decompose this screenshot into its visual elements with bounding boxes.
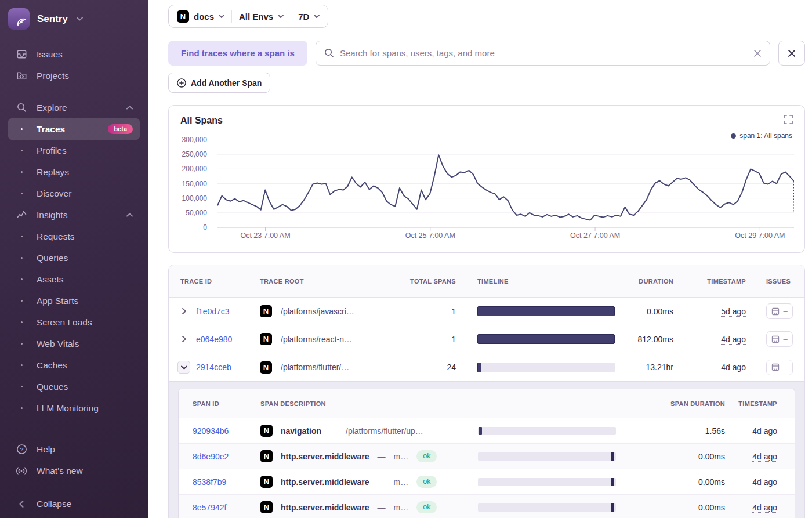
nextjs-icon: N xyxy=(260,425,273,437)
issues-cell-button[interactable]: – xyxy=(766,303,793,319)
sidebar-item-profiles[interactable]: Profiles xyxy=(8,140,140,161)
timeline-cell xyxy=(456,363,627,372)
sidebar-item-label: Collapse xyxy=(37,499,71,509)
sidebar-item-label: Projects xyxy=(37,71,69,81)
sidebar-item-app-starts[interactable]: App Starts xyxy=(8,290,140,311)
trace-id-link[interactable]: 2914cceb xyxy=(196,363,231,372)
sidebar-item-queues[interactable]: Queues xyxy=(8,376,140,397)
bullet-icon xyxy=(15,171,28,173)
sidebar-item-label: Issues xyxy=(37,49,63,60)
org-switcher[interactable]: Sentry xyxy=(8,8,140,30)
sidebar-item-label: Replays xyxy=(37,167,69,178)
timeline-bar xyxy=(477,306,615,316)
trace-id-link[interactable]: e064e980 xyxy=(196,335,232,344)
sidebar-item-traces[interactable]: Traces beta xyxy=(8,118,140,140)
plus-circle-icon xyxy=(177,78,186,88)
sidebar-item-web-vitals[interactable]: Web Vitals xyxy=(8,333,140,354)
span-id-link[interactable]: 8d6e90e2 xyxy=(193,452,229,461)
timestamp[interactable]: 5d ago xyxy=(721,307,746,316)
sidebar-item-replays[interactable]: Replays xyxy=(8,161,140,183)
trace-id-link[interactable]: f1e0d7c3 xyxy=(196,307,230,316)
y-tick-label: 100,000 xyxy=(182,194,207,202)
span-row: 8538f7b9 N http.server.middleware — m… o… xyxy=(179,469,795,495)
find-traces-chip[interactable]: Find traces where a span is xyxy=(168,41,307,66)
timeline-bar xyxy=(477,363,481,372)
issues-cell-button[interactable]: – xyxy=(766,331,793,347)
legend-dot-icon xyxy=(731,133,736,139)
sidebar-item-queries[interactable]: Queries xyxy=(8,247,140,269)
sidebar-item-llm-monitoring[interactable]: LLM Monitoring xyxy=(8,397,140,419)
timestamp[interactable]: 4d ago xyxy=(752,452,777,461)
x-tick-label: Oct 29 7:00 AM xyxy=(735,231,785,240)
close-icon xyxy=(788,49,796,57)
span-op: http.server.middleware xyxy=(281,477,369,487)
timestamp[interactable]: 4d ago xyxy=(752,426,777,436)
issues-cell-button[interactable]: – xyxy=(766,360,793,375)
fullscreen-icon[interactable] xyxy=(784,115,793,126)
bullet-icon xyxy=(15,236,28,237)
sidebar-item-label: Screen Loads xyxy=(37,317,92,328)
all-spans-chart-panel: All Spans span 1: All spans 300,000250,0… xyxy=(168,105,805,253)
span-table: SPAN ID SPAN DESCRIPTION SPAN DURATION T… xyxy=(178,389,795,518)
column-header-duration: DURATION xyxy=(627,278,673,285)
x-tick-label: Oct 27 7:00 AM xyxy=(570,231,620,240)
sidebar-item-requests[interactable]: Requests xyxy=(8,226,140,247)
sidebar-item-caches[interactable]: Caches xyxy=(8,354,140,376)
chevron-left-icon xyxy=(15,501,28,508)
issues-count: – xyxy=(783,363,787,372)
sidebar-item-discover[interactable]: Discover xyxy=(8,183,140,204)
search-icon xyxy=(324,48,334,58)
sidebar-collapse-button[interactable]: Collapse xyxy=(8,493,140,515)
sidebar-item-label: Queries xyxy=(37,253,68,263)
all-spans-line-chart[interactable] xyxy=(217,140,794,233)
sidebar-item-screen-loads[interactable]: Screen Loads xyxy=(8,311,140,333)
search-input[interactable] xyxy=(340,48,748,58)
y-tick-label: 0 xyxy=(203,223,207,231)
project-selector[interactable]: N docs xyxy=(177,10,224,23)
sidebar-group-insights[interactable]: Insights xyxy=(8,204,140,226)
column-header-span-id: SPAN ID xyxy=(179,400,260,407)
span-duration: 0.00ms xyxy=(616,503,725,512)
collapse-row-button[interactable] xyxy=(177,361,190,374)
status-badge: ok xyxy=(416,450,437,462)
timestamp[interactable]: 4d ago xyxy=(721,335,746,344)
sidebar-item-assets[interactable]: Assets xyxy=(8,269,140,290)
divider xyxy=(231,10,232,23)
expand-row-button[interactable] xyxy=(177,333,190,346)
sidebar-group-explore[interactable]: Explore xyxy=(8,97,140,118)
timestamp[interactable]: 4d ago xyxy=(721,363,746,372)
issues-count: – xyxy=(783,307,787,316)
trace-root: /platforms/javascri… xyxy=(281,307,354,316)
chart-legend[interactable]: span 1: All spans xyxy=(731,132,792,140)
date-range-selector[interactable]: 7D xyxy=(298,12,320,21)
duration: 812.00ms xyxy=(627,335,673,344)
search-icon xyxy=(15,102,28,113)
span-id-link[interactable]: 8e57942f xyxy=(193,503,226,512)
sidebar-item-projects[interactable]: Projects xyxy=(8,65,140,86)
span-id-link[interactable]: 920934b6 xyxy=(193,426,229,436)
clear-search-icon[interactable] xyxy=(753,49,762,57)
environment-selector[interactable]: All Envs xyxy=(239,12,284,21)
status-badge: ok xyxy=(416,476,437,488)
remove-span-filter-button[interactable] xyxy=(778,41,805,66)
sidebar-item-issues[interactable]: Issues xyxy=(8,44,140,65)
timestamp[interactable]: 4d ago xyxy=(752,503,777,512)
issue-box-icon xyxy=(771,335,780,343)
span-search-row: Find traces where a span is xyxy=(168,41,805,66)
line-chart-icon xyxy=(15,209,28,220)
column-header-span-description: SPAN DESCRIPTION xyxy=(260,400,478,407)
chevron-down-icon xyxy=(278,15,284,18)
nextjs-icon: N xyxy=(260,450,273,462)
span-id-link[interactable]: 8538f7b9 xyxy=(193,477,226,487)
sidebar-nav: Issues Projects Explore Traces beta Prof… xyxy=(0,44,148,515)
timestamp[interactable]: 4d ago xyxy=(752,477,777,487)
add-another-span-button[interactable]: Add Another Span xyxy=(168,73,270,93)
expanded-trace-spans: SPAN ID SPAN DESCRIPTION SPAN DURATION T… xyxy=(169,381,804,518)
sidebar-item-label: App Starts xyxy=(37,296,78,306)
expand-row-button[interactable] xyxy=(177,305,190,318)
span-timeline xyxy=(478,503,616,512)
column-header-trace-id: TRACE ID xyxy=(169,278,260,285)
sidebar-item-whats-new[interactable]: What's new xyxy=(8,460,140,481)
column-header-timestamp: TIMESTAMP xyxy=(673,278,746,285)
sidebar-item-help[interactable]: ? Help xyxy=(8,439,140,460)
